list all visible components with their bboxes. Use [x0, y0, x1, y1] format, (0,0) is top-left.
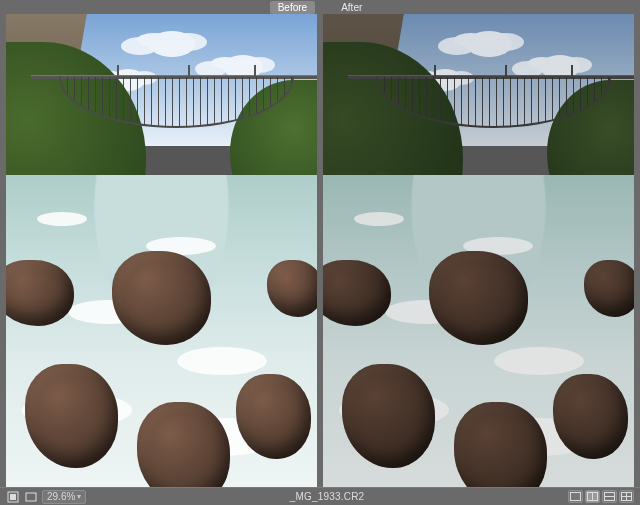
view-mode-single-button[interactable] — [568, 490, 583, 503]
view-mode-swap-button[interactable] — [619, 490, 634, 503]
preview-before-pane[interactable] — [6, 14, 317, 487]
view-split-lr-icon — [587, 492, 598, 501]
svg-rect-2 — [26, 493, 36, 501]
preview-image-before — [6, 14, 317, 487]
before-after-label-strip: Before After — [0, 0, 640, 14]
preview-after-pane[interactable] — [323, 14, 634, 487]
toggle-preview-button[interactable] — [6, 490, 20, 504]
view-mode-group — [568, 490, 634, 503]
after-label: After — [333, 1, 370, 14]
filename-label: _MG_1933.CR2 — [90, 491, 564, 502]
preview-split-view — [0, 14, 640, 487]
view-single-icon — [570, 492, 581, 501]
fullscreen-button[interactable] — [24, 490, 38, 504]
view-swap-icon — [621, 492, 632, 501]
fullscreen-icon — [25, 491, 37, 503]
view-split-tb-icon — [604, 492, 615, 501]
preview-divider[interactable] — [319, 14, 321, 487]
toggle-preview-icon — [7, 491, 19, 503]
svg-rect-3 — [571, 493, 581, 501]
footer-bar: 29.6% ▾ _MG_1933.CR2 — [0, 487, 640, 505]
view-mode-split-tb-button[interactable] — [602, 490, 617, 503]
chevron-down-icon: ▾ — [77, 492, 81, 501]
zoom-value: 29.6% — [47, 491, 75, 502]
zoom-select[interactable]: 29.6% ▾ — [42, 490, 86, 504]
view-mode-split-lr-button[interactable] — [585, 490, 600, 503]
preview-image-after — [323, 14, 634, 487]
svg-rect-1 — [10, 494, 16, 500]
before-label: Before — [270, 1, 315, 14]
